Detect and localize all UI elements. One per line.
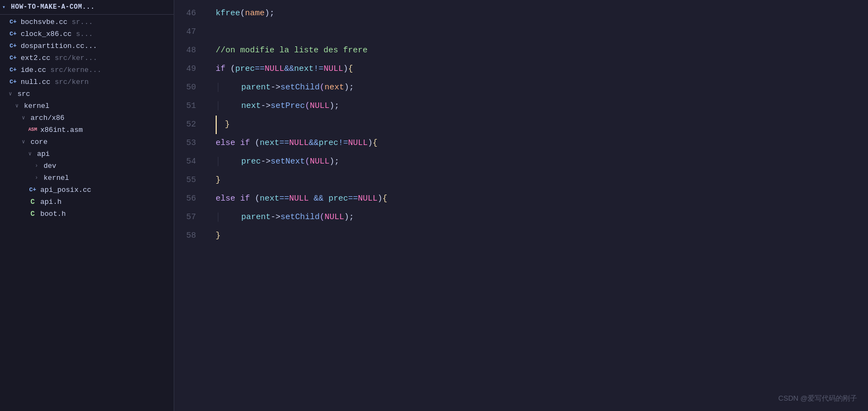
token: next xyxy=(222,100,261,113)
file-clock[interactable]: C+ clock_x86.cc s... xyxy=(0,28,174,40)
line-num-48: 48 xyxy=(174,41,200,60)
code-line-58: } xyxy=(216,227,868,245)
folder-arrow: ∨ xyxy=(22,138,29,145)
line-num-51: 51 xyxy=(174,97,200,116)
file-api-posix[interactable]: C+ api_posix.cc xyxy=(0,184,174,196)
project-arrow: ▾ xyxy=(2,4,10,10)
token: NULL xyxy=(310,155,329,168)
file-boot-h[interactable]: C boot.h xyxy=(0,208,174,220)
token: ( xyxy=(250,137,260,150)
folder-label: arch/x86 xyxy=(30,114,64,122)
file-null[interactable]: C+ null.cc src/kern xyxy=(0,76,174,88)
cpp-icon: C+ xyxy=(9,17,17,26)
token: parent xyxy=(222,81,271,94)
folder-core[interactable]: ∨ core xyxy=(0,136,174,148)
token: ); xyxy=(329,155,339,168)
cpp-icon: C+ xyxy=(9,41,17,50)
token: ( xyxy=(305,155,310,168)
token: -> xyxy=(271,211,280,224)
token: == xyxy=(255,63,265,76)
folder-kernel[interactable]: ∨ kernel xyxy=(0,100,174,112)
token: ); xyxy=(344,81,354,94)
token: != xyxy=(314,63,323,76)
token: ( xyxy=(225,63,235,76)
code-line-52: } xyxy=(216,116,868,134)
token: ( xyxy=(320,211,325,224)
folder-src[interactable]: ∨ src xyxy=(0,88,174,100)
code-editor: 46 47 48 49 50 51 52 53 54 55 56 57 58 k… xyxy=(174,0,868,411)
cpp-icon: C+ xyxy=(9,53,17,62)
filename: bochsvbe.cc sr... xyxy=(21,18,93,26)
token: prec xyxy=(222,155,261,168)
filename: ide.cc src/kerne... xyxy=(21,66,101,74)
line-num-50: 50 xyxy=(174,78,200,97)
file-ide[interactable]: C+ ide.cc src/kerne... xyxy=(0,64,174,76)
folder-arch-x86[interactable]: ∨ arch/x86 xyxy=(0,112,174,124)
token: name xyxy=(245,7,265,20)
cpp-icon: C+ xyxy=(28,185,37,194)
token: //on modifie la liste des frere xyxy=(216,44,368,57)
filename: null.cc src/kern xyxy=(21,78,89,86)
c-icon: C xyxy=(28,197,37,206)
token: -> xyxy=(261,100,271,113)
line-num-49: 49 xyxy=(174,60,200,78)
folder-kernel2[interactable]: › kernel xyxy=(0,172,174,184)
file-x86int[interactable]: ASM x86int.asm xyxy=(0,124,174,136)
token xyxy=(235,137,240,150)
token: -> xyxy=(261,155,271,168)
token: && xyxy=(309,192,328,206)
folder-dev[interactable]: › dev xyxy=(0,160,174,172)
code-lines: kfree(name); //on modifie la liste des f… xyxy=(207,0,868,411)
token: next xyxy=(260,137,279,150)
token: { xyxy=(372,137,377,150)
token: next xyxy=(325,81,344,94)
token: ( xyxy=(250,192,260,206)
line-num-52: 52 xyxy=(174,116,200,134)
token: setChild xyxy=(280,81,320,94)
folder-api[interactable]: ∨ api xyxy=(0,148,174,160)
folder-arrow: ∨ xyxy=(9,90,16,97)
token: -> xyxy=(271,81,280,94)
token: setChild xyxy=(280,211,320,224)
token: prec xyxy=(235,63,255,76)
token: ); xyxy=(329,100,339,113)
code-line-51: │ next->setPrec(NULL); xyxy=(216,97,868,116)
filename: clock_x86.cc s... xyxy=(21,30,93,38)
token: ) xyxy=(343,63,348,76)
folder-label: kernel xyxy=(44,174,69,182)
line-num-54: 54 xyxy=(174,153,200,171)
code-line-55: } xyxy=(216,171,868,190)
token: ) xyxy=(368,137,372,150)
token: NULL xyxy=(289,137,309,150)
filename: ext2.cc src/ker... xyxy=(21,54,97,62)
file-bochsvbe[interactable]: C+ bochsvbe.cc sr... xyxy=(0,16,174,28)
folder-label: core xyxy=(30,138,47,146)
token: NULL xyxy=(325,211,344,224)
token: ); xyxy=(344,211,354,224)
token: else xyxy=(216,192,235,206)
cpp-icon: C+ xyxy=(9,29,17,38)
folder-arrow: ∨ xyxy=(15,102,23,109)
line-numbers: 46 47 48 49 50 51 52 53 54 55 56 57 58 xyxy=(174,0,207,411)
token: NULL xyxy=(310,100,329,113)
folder-arrow: › xyxy=(35,175,42,181)
code-line-50: │ parent->setChild(next); xyxy=(216,78,868,97)
file-dospartition[interactable]: C+ dospartition.cc... xyxy=(0,40,174,52)
file-api-h[interactable]: C api.h xyxy=(0,196,174,208)
token: kfree xyxy=(216,7,240,20)
line-num-46: 46 xyxy=(174,4,200,23)
token: ) xyxy=(377,192,382,206)
asm-icon: ASM xyxy=(28,125,37,134)
token: == xyxy=(279,137,289,150)
line-num-58: 58 xyxy=(174,227,200,245)
file-ext2[interactable]: C+ ext2.cc src/ker... xyxy=(0,52,174,64)
token: if xyxy=(240,192,250,206)
code-line-54: │ prec->setNext(NULL); xyxy=(216,153,868,171)
project-title[interactable]: ▾ HOW-TO-MAKE-A-COM... xyxy=(0,0,174,15)
filename: boot.h xyxy=(40,210,66,218)
token: setNext xyxy=(271,155,305,168)
token: == xyxy=(279,192,289,206)
token: prec xyxy=(328,192,348,206)
filename: api.h xyxy=(40,198,62,206)
token: if xyxy=(216,63,225,76)
